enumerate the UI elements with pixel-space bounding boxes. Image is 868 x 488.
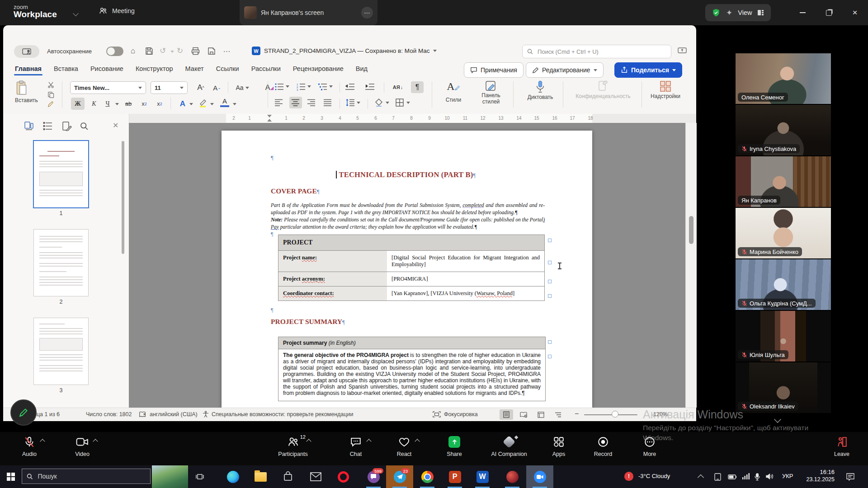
line-spacing-icon[interactable]: [346, 99, 355, 106]
font-name-select[interactable]: Times New...: [70, 81, 146, 94]
text-effects-chevron-icon[interactable]: [189, 103, 193, 105]
dictate-button[interactable]: Диктовать: [522, 80, 558, 100]
table-handle[interactable]: [548, 294, 552, 298]
line-spacing-chevron-icon[interactable]: [357, 102, 360, 104]
zoom-percentage[interactable]: 120%: [653, 411, 668, 418]
ribbon-tab-mailings[interactable]: Рассылки: [251, 65, 281, 75]
zoom-slider-track[interactable]: [584, 414, 637, 415]
align-left-icon[interactable]: [275, 99, 283, 106]
multilevel-list-chevron-icon[interactable]: [329, 85, 333, 88]
font-color-button[interactable]: А: [219, 98, 230, 107]
justify-icon[interactable]: [324, 99, 332, 106]
security-shield-icon[interactable]: [712, 8, 721, 17]
table-handle[interactable]: [548, 280, 552, 283]
paste-button[interactable]: Вставить: [15, 80, 38, 103]
thumbnails-view-icon[interactable]: [24, 121, 34, 131]
ribbon-tab-review[interactable]: Рецензирование: [293, 65, 344, 75]
tab-meeting[interactable]: Meeting: [99, 6, 135, 15]
borders-chevron-icon[interactable]: [406, 102, 410, 104]
save-as-icon[interactable]: [208, 47, 216, 55]
change-case-button[interactable]: Aa: [233, 81, 252, 94]
ribbon-tab-references[interactable]: Ссылки: [216, 65, 239, 75]
align-right-icon[interactable]: [307, 99, 316, 106]
indent-marker-icon[interactable]: [267, 119, 272, 122]
numbered-list-icon[interactable]: 123: [297, 83, 306, 91]
outline-view-button[interactable]: [551, 409, 565, 420]
ribbon-tab-home[interactable]: Главная: [15, 65, 42, 75]
network-icon[interactable]: [742, 473, 750, 480]
web-layout-view-button[interactable]: [534, 409, 547, 420]
superscript-button[interactable]: x2: [153, 98, 166, 110]
page-thumbnail-3[interactable]: [34, 318, 88, 385]
ai-companion-button[interactable]: AI Companion: [489, 435, 529, 457]
editing-mode-button[interactable]: Редактирование: [526, 62, 604, 78]
decrease-indent-icon[interactable]: [345, 83, 355, 91]
tab-shared-screen[interactable]: Ян Капранов's screen ⋯: [240, 0, 377, 25]
focus-mode-button[interactable]: Фокусировка: [444, 411, 478, 418]
participant-tile[interactable]: Олена Семеног: [736, 53, 831, 104]
close-pane-icon[interactable]: ✕: [113, 121, 118, 130]
headings-view-icon[interactable]: [43, 121, 53, 131]
read-mode-view-button[interactable]: [517, 409, 530, 420]
participants-options-chevron-icon[interactable]: [306, 439, 311, 444]
taskbar-app-browser2[interactable]: [499, 465, 526, 488]
highlight-chevron-icon[interactable]: [210, 103, 214, 105]
document-scrollbar[interactable]: [685, 123, 697, 408]
show-formatting-button[interactable]: ¶: [411, 81, 424, 93]
word-count[interactable]: Число слов: 1802: [86, 411, 132, 418]
taskbar-app-opera[interactable]: [330, 465, 357, 488]
taskbar-app-mail[interactable]: [302, 465, 329, 488]
undo-icon[interactable]: ↺: [160, 46, 166, 56]
video-button[interactable]: Video: [62, 435, 103, 457]
tray-mic-icon[interactable]: [755, 473, 760, 481]
cut-icon[interactable]: [47, 81, 54, 88]
addins-button[interactable]: Надстройки: [644, 80, 687, 99]
taskbar-app-store[interactable]: [274, 465, 302, 488]
react-button[interactable]: React: [384, 435, 425, 457]
shading-chevron-icon[interactable]: [386, 102, 389, 104]
taskbar-app-chrome[interactable]: [414, 465, 441, 488]
taskbar-app-word[interactable]: W: [469, 465, 496, 488]
search-input[interactable]: [537, 48, 666, 56]
indent-marker-icon[interactable]: [267, 115, 272, 117]
sensitivity-button[interactable]: Конфиденциальность: [569, 80, 637, 99]
page-thumbnail-2[interactable]: [34, 230, 88, 296]
ribbon-tab-design[interactable]: Конструктор: [136, 65, 173, 75]
bold-button[interactable]: Ж: [71, 98, 85, 110]
restore-button[interactable]: [823, 7, 835, 18]
numbered-list-chevron-icon[interactable]: [307, 85, 311, 88]
participant-tile[interactable]: Oleksandr Ilkaiev: [736, 362, 831, 413]
subscript-button[interactable]: x2: [138, 98, 151, 110]
bullet-list-icon[interactable]: [275, 83, 284, 91]
borders-icon[interactable]: [396, 99, 404, 107]
news-widget-thumbnail[interactable]: [152, 465, 188, 488]
close-button[interactable]: ×: [849, 7, 861, 18]
task-view-button[interactable]: [190, 465, 210, 488]
word-search[interactable]: [522, 45, 671, 58]
chat-options-chevron-icon[interactable]: [366, 439, 371, 444]
taskbar-search[interactable]: [22, 469, 151, 484]
ai-sparkle-icon[interactable]: ✦: [726, 8, 732, 18]
taskbar-app-explorer[interactable]: [247, 465, 274, 488]
accessibility-status[interactable]: Специальные возможности: проверьте реком…: [212, 411, 353, 418]
participant-tile-active-speaker[interactable]: Ян Капранов: [736, 156, 831, 207]
styles-button[interactable]: A🖉 Стили: [441, 80, 466, 103]
shading-icon[interactable]: [375, 99, 383, 107]
table-handle[interactable]: [548, 239, 552, 242]
participant-tile[interactable]: Юлія Шульга: [736, 311, 831, 361]
redo-icon[interactable]: ↻: [177, 46, 183, 56]
share-document-button[interactable]: Поделиться: [614, 62, 682, 78]
summary-table[interactable]: Project summary (in English) The general…: [278, 337, 546, 401]
taskbar-app-powerpoint[interactable]: P: [441, 465, 468, 488]
apps-button[interactable]: Apps: [538, 435, 579, 457]
italic-button[interactable]: K: [88, 98, 100, 110]
volume-icon[interactable]: [766, 473, 774, 480]
table-handle[interactable]: [548, 355, 552, 358]
language-indicator[interactable]: английский (США): [150, 411, 198, 418]
print-icon[interactable]: [191, 47, 200, 55]
weather-status[interactable]: -3°C Cloudy: [638, 473, 670, 479]
bullet-list-chevron-icon[interactable]: [286, 85, 289, 88]
shrink-font-button[interactable]: A⌄: [210, 81, 224, 94]
styles-pane-button[interactable]: Панель стилей: [474, 80, 508, 105]
participant-tile[interactable]: Марина Бойченко: [736, 208, 831, 258]
